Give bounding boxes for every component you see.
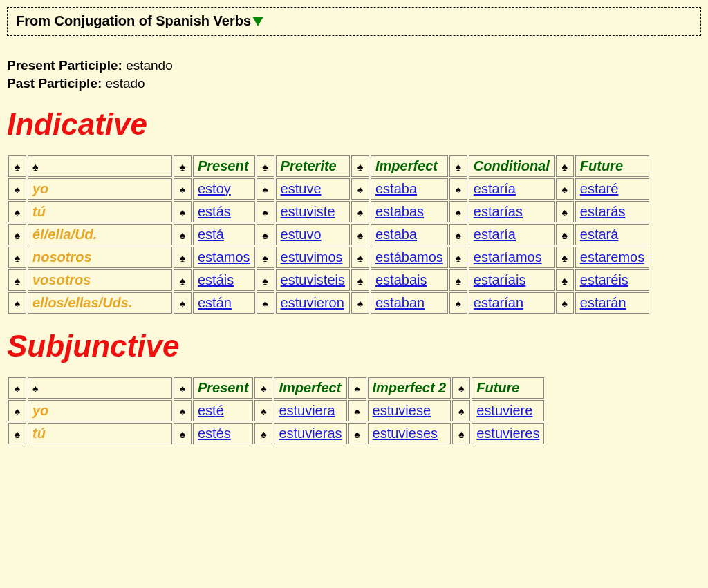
- spade-icon[interactable]: ♠: [452, 377, 470, 399]
- spade-icon[interactable]: ♠: [556, 292, 574, 314]
- spade-icon[interactable]: ♠: [257, 224, 274, 245]
- spade-icon[interactable]: ♠: [8, 377, 26, 399]
- verb-link[interactable]: estuvieses: [373, 426, 438, 441]
- verb-link[interactable]: estaba: [375, 227, 417, 242]
- spade-icon[interactable]: ♠: [351, 224, 369, 245]
- spade-icon[interactable]: ♠: [174, 269, 192, 291]
- verb-cell: estaba: [371, 178, 448, 200]
- verb-link[interactable]: estabais: [375, 272, 427, 287]
- spade-icon[interactable]: ♠: [351, 201, 369, 222]
- spade-icon[interactable]: ♠: [174, 201, 192, 222]
- spade-icon[interactable]: ♠: [556, 178, 574, 200]
- verb-link[interactable]: estaría: [474, 227, 516, 242]
- verb-link[interactable]: estaban: [375, 295, 425, 310]
- spade-icon[interactable]: ♠: [8, 155, 26, 177]
- verb-link[interactable]: estaríais: [474, 272, 526, 287]
- pronoun-cell: tú: [28, 201, 172, 222]
- spade-icon[interactable]: ♠: [8, 400, 26, 421]
- spade-icon[interactable]: ♠: [8, 423, 26, 444]
- spade-icon[interactable]: ♠: [351, 292, 369, 314]
- verb-link[interactable]: está: [198, 227, 224, 242]
- spade-icon[interactable]: ♠: [449, 178, 467, 200]
- spade-icon[interactable]: ♠: [348, 423, 366, 444]
- spade-icon[interactable]: ♠: [449, 224, 467, 245]
- spade-icon[interactable]: ♠: [254, 423, 272, 444]
- spade-icon[interactable]: ♠: [174, 247, 192, 268]
- spade-icon[interactable]: ♠: [351, 247, 369, 268]
- spade-icon[interactable]: ♠: [348, 377, 366, 399]
- verb-link[interactable]: estaré: [580, 181, 619, 196]
- verb-link[interactable]: estuvisteis: [281, 272, 345, 287]
- spade-icon[interactable]: ♠: [8, 247, 26, 268]
- spade-icon[interactable]: ♠: [452, 423, 470, 444]
- verb-link[interactable]: estarás: [580, 204, 626, 219]
- verb-link[interactable]: estaréis: [580, 272, 628, 287]
- spade-icon[interactable]: ♠: [8, 201, 26, 222]
- verb-link[interactable]: esté: [198, 403, 224, 418]
- verb-link[interactable]: estarían: [474, 295, 523, 310]
- spade-icon[interactable]: ♠: [449, 201, 467, 222]
- verb-link[interactable]: estás: [198, 204, 231, 219]
- verb-link[interactable]: estaríamos: [474, 249, 542, 265]
- spade-icon[interactable]: ♠: [351, 155, 369, 177]
- spade-icon[interactable]: ♠: [348, 400, 366, 421]
- spade-icon[interactable]: ♠: [254, 400, 272, 421]
- dropdown-icon[interactable]: [252, 16, 263, 30]
- spade-icon[interactable]: ♠: [449, 247, 467, 268]
- spade-icon[interactable]: ♠: [174, 224, 192, 245]
- verb-link[interactable]: estará: [580, 227, 619, 242]
- verb-link[interactable]: estuviste: [281, 204, 335, 219]
- spade-icon[interactable]: ♠: [257, 292, 274, 314]
- spade-icon[interactable]: ♠: [257, 269, 274, 291]
- verb-link[interactable]: están: [198, 295, 232, 310]
- verb-link[interactable]: estamos: [198, 249, 250, 265]
- spade-icon[interactable]: ♠: [254, 377, 272, 399]
- spade-icon[interactable]: ♠: [257, 201, 274, 222]
- spade-icon[interactable]: ♠: [556, 155, 574, 177]
- verb-link[interactable]: estuviere: [476, 403, 532, 418]
- verb-link[interactable]: estuvimos: [281, 249, 343, 265]
- verb-link[interactable]: estuviese: [373, 403, 431, 418]
- spade-icon[interactable]: ♠: [556, 201, 574, 222]
- spade-icon[interactable]: ♠: [351, 178, 369, 200]
- spade-icon[interactable]: ♠: [8, 292, 26, 314]
- spade-icon[interactable]: ♠: [556, 247, 574, 268]
- verb-link[interactable]: estuvieres: [476, 426, 539, 441]
- spade-icon[interactable]: ♠: [452, 400, 470, 421]
- verb-link[interactable]: estuvieras: [279, 426, 342, 441]
- spade-icon[interactable]: ♠: [174, 423, 192, 444]
- spade-icon[interactable]: ♠: [174, 292, 192, 314]
- spade-icon[interactable]: ♠: [8, 224, 26, 245]
- verb-link[interactable]: estaba: [375, 181, 417, 196]
- verb-link[interactable]: estarías: [474, 204, 523, 219]
- spade-icon[interactable]: ♠: [449, 269, 467, 291]
- verb-cell: estamos: [193, 247, 255, 268]
- spade-icon[interactable]: ♠: [449, 292, 467, 314]
- verb-link[interactable]: estaría: [474, 181, 516, 196]
- verb-link[interactable]: estuvo: [281, 227, 322, 242]
- verb-link[interactable]: estaremos: [580, 249, 644, 265]
- spade-icon[interactable]: ♠: [351, 269, 369, 291]
- spade-icon[interactable]: ♠: [8, 269, 26, 291]
- spade-icon[interactable]: ♠: [174, 377, 192, 399]
- spade-icon[interactable]: ♠: [556, 269, 574, 291]
- spade-icon[interactable]: ♠: [257, 178, 274, 200]
- verb-link[interactable]: estoy: [198, 181, 231, 196]
- verb-link[interactable]: estábamos: [375, 249, 443, 265]
- spade-icon[interactable]: ♠: [174, 178, 192, 200]
- verb-link[interactable]: estuvieron: [281, 295, 344, 310]
- spade-icon[interactable]: ♠: [257, 247, 274, 268]
- subjunctive-heading: Subjunctive: [7, 329, 701, 363]
- spade-icon[interactable]: ♠: [556, 224, 574, 245]
- verb-link[interactable]: estabas: [375, 204, 424, 219]
- verb-link[interactable]: estés: [198, 426, 231, 441]
- spade-icon[interactable]: ♠: [449, 155, 467, 177]
- verb-link[interactable]: estuve: [281, 181, 322, 196]
- spade-icon[interactable]: ♠: [257, 155, 274, 177]
- verb-link[interactable]: estáis: [198, 272, 234, 287]
- verb-link[interactable]: estuviera: [279, 403, 335, 418]
- spade-icon[interactable]: ♠: [174, 400, 192, 421]
- spade-icon[interactable]: ♠: [8, 178, 26, 200]
- verb-link[interactable]: estarán: [580, 295, 626, 310]
- spade-icon[interactable]: ♠: [174, 155, 192, 177]
